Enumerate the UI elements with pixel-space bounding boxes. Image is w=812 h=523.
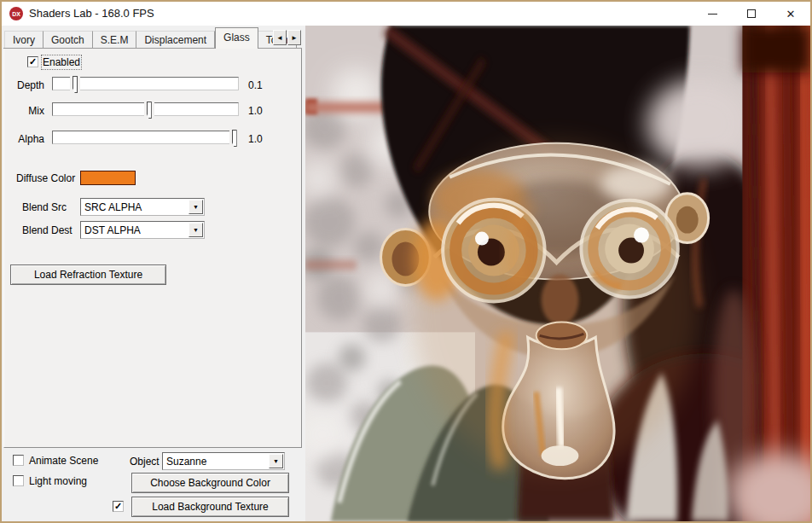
blend-src-dropdown-arrow-icon[interactable]: ▼: [188, 200, 203, 214]
alpha-label: Alpha: [2, 133, 44, 145]
minimize-icon: [708, 14, 717, 15]
depth-slider[interactable]: [52, 77, 239, 90]
tab-displacement[interactable]: Displacement: [136, 31, 215, 49]
maximize-icon: [747, 9, 756, 18]
alpha-slider-thumb[interactable]: [232, 130, 237, 147]
window-title: Shaders Lab - 168.0 FPS: [29, 7, 154, 20]
tab-gootch[interactable]: Gootch: [44, 31, 93, 49]
suzanne-glass-render: [305, 26, 810, 521]
enabled-checkbox[interactable]: ✓: [27, 56, 38, 67]
animate-scene-label[interactable]: Animate Scene: [29, 455, 98, 467]
light-moving-checkbox[interactable]: [13, 475, 24, 486]
enabled-label[interactable]: Enabled: [43, 56, 80, 68]
object-dropdown-arrow-icon[interactable]: ▼: [269, 454, 283, 468]
diffuse-color-swatch[interactable]: [80, 171, 136, 185]
depth-label: Depth: [2, 79, 44, 91]
app-icon: DX: [9, 7, 23, 20]
diffuse-color-label: Diffuse Color: [16, 172, 75, 184]
close-button[interactable]: ✕: [771, 2, 810, 26]
object-combo[interactable]: Suzanne ▼: [162, 452, 285, 470]
alpha-slider[interactable]: [52, 131, 239, 144]
blend-dest-value: DST ALPHA: [81, 224, 188, 236]
mix-value: 1.0: [248, 105, 263, 117]
tab-glass[interactable]: Glass: [215, 27, 258, 49]
tab-ivory[interactable]: Ivory: [4, 31, 44, 49]
object-label: Object: [130, 456, 160, 468]
viewport-3d-render[interactable]: [305, 26, 810, 521]
titlebar[interactable]: DX Shaders Lab - 168.0 FPS ✕: [2, 2, 810, 26]
control-panel: Ivory Gootch S.E.M Displacement Glass To…: [2, 26, 305, 523]
maximize-button[interactable]: [732, 2, 771, 26]
app-window: DX Shaders Lab - 168.0 FPS ✕ Ivory Gootc…: [0, 0, 812, 523]
mix-slider-thumb[interactable]: [147, 102, 152, 119]
blend-src-label: Blend Src: [22, 201, 67, 213]
object-value: Suzanne: [163, 456, 269, 468]
blend-dest-label: Blend Dest: [22, 224, 72, 236]
alpha-value: 1.0: [248, 133, 263, 145]
tab-scroll-right-button[interactable]: ►: [287, 30, 301, 45]
load-refraction-texture-button[interactable]: Load Refraction Texture: [10, 264, 166, 285]
blend-dest-dropdown-arrow-icon[interactable]: ▼: [188, 223, 203, 237]
choose-background-color-button[interactable]: Choose Background Color: [131, 473, 289, 493]
animate-scene-checkbox[interactable]: [13, 455, 24, 466]
load-background-texture-button[interactable]: Load Background Texture: [131, 497, 289, 517]
mix-label: Mix: [2, 105, 44, 117]
minimize-button[interactable]: [693, 2, 732, 26]
depth-value: 0.1: [248, 79, 263, 91]
tab-scroll-left-button[interactable]: ◄: [273, 30, 287, 45]
light-moving-label[interactable]: Light moving: [29, 475, 87, 487]
blend-src-value: SRC ALPHA: [81, 201, 188, 213]
blend-dest-combo[interactable]: DST ALPHA ▼: [80, 221, 205, 239]
tab-sem[interactable]: S.E.M: [93, 31, 137, 49]
load-bg-texture-checkbox[interactable]: ✓: [113, 501, 124, 512]
mix-slider[interactable]: [52, 102, 239, 116]
blend-src-combo[interactable]: SRC ALPHA ▼: [80, 198, 205, 216]
tab-bar: Ivory Gootch S.E.M Displacement Glass To…: [4, 29, 302, 49]
depth-slider-thumb[interactable]: [72, 76, 78, 93]
